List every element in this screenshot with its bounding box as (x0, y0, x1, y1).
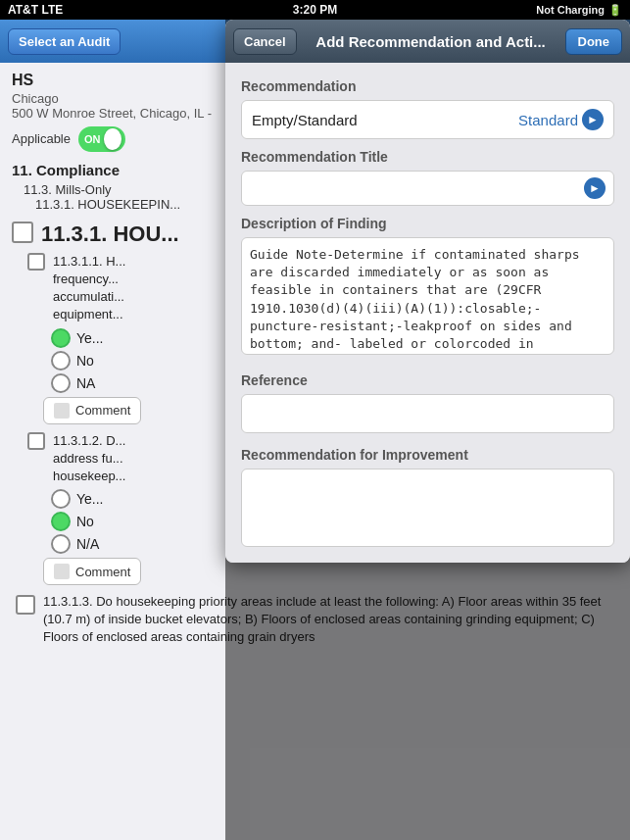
title-input-row: ► (241, 171, 614, 206)
sub-item-1-na-radio[interactable] (51, 373, 71, 393)
sub-item-1-no-label: No (76, 353, 94, 369)
comment-label-2: Comment (75, 565, 130, 579)
sub-item-1-text: 11.3.1.1. H...frequency...accumulati...e… (53, 253, 125, 324)
select-audit-button[interactable]: Select an Audit (8, 28, 121, 55)
comment-icon (54, 403, 70, 419)
item-checkbox[interactable] (12, 222, 33, 243)
improvement-section-label: Recommendation for Improvement (241, 447, 614, 463)
title-section-label: Recommendation Title (241, 149, 614, 165)
status-left: AT&T LTE (8, 3, 63, 17)
battery-icon: 🔋 (608, 4, 622, 17)
battery-text: Not Charging (536, 4, 605, 16)
applicable-toggle[interactable]: ON (78, 126, 125, 152)
description-section-label: Description of Finding (241, 216, 614, 231)
sub-item-2-checkbox[interactable] (27, 432, 45, 450)
sub-item-1-comment-button[interactable]: Comment (43, 397, 141, 424)
recommendation-arrow-icon: ► (582, 109, 604, 130)
sub-item-2-na-label: N/A (76, 536, 99, 552)
reference-input[interactable] (241, 394, 614, 433)
reference-section-label: Reference (241, 372, 614, 388)
modal-title: Add Recommendation and Acti... (297, 33, 565, 50)
comment-icon-2 (54, 564, 70, 579)
modal-header: Cancel Add Recommendation and Acti... Do… (225, 20, 630, 63)
sub-item-2-comment-button[interactable]: Comment (43, 558, 141, 585)
sub-item-2-yes-label: Ye... (76, 491, 104, 507)
applicable-label: Applicable (12, 131, 71, 146)
modal-body: Recommendation Empty/Standard Standard ►… (225, 63, 630, 563)
modal-done-button[interactable]: Done (565, 28, 623, 55)
status-right: Not Charging 🔋 (536, 4, 622, 17)
sub-item-2-no-radio[interactable] (51, 512, 71, 531)
toggle-on-label: ON (84, 133, 101, 145)
item-title: 11.3.1. HOU... (41, 222, 179, 247)
recommendation-section-label: Recommendation (241, 78, 614, 94)
recommendation-type: Standard ► (518, 109, 604, 130)
sub-item-2-na-radio[interactable] (51, 534, 71, 554)
status-time: 3:20 PM (293, 3, 337, 17)
description-textarea[interactable]: Guide Note-Determine if contaminated sha… (241, 237, 614, 355)
modal-cancel-button[interactable]: Cancel (233, 28, 297, 55)
carrier-text: AT&T LTE (8, 3, 63, 17)
sub-item-1-checkbox[interactable] (27, 253, 45, 271)
sub-item-2-no-label: No (76, 514, 94, 529)
title-arrow-icon[interactable]: ► (584, 177, 606, 199)
recommendation-row[interactable]: Empty/Standard Standard ► (241, 100, 614, 139)
sub-item-1-yes-radio[interactable] (51, 328, 71, 348)
improvement-textarea[interactable] (241, 469, 614, 547)
recommendation-type-label: Standard (518, 112, 578, 128)
sub-item-1-na-label: NA (76, 375, 95, 391)
toggle-knob (104, 128, 121, 150)
sub-item-3-checkbox[interactable] (16, 595, 35, 615)
modal-dialog: Cancel Add Recommendation and Acti... Do… (225, 20, 630, 563)
recommendation-value: Empty/Standard (252, 112, 358, 128)
status-bar: AT&T LTE 3:20 PM Not Charging 🔋 (0, 0, 630, 20)
sub-item-1-yes-label: Ye... (76, 330, 104, 346)
comment-label: Comment (75, 403, 130, 418)
sub-item-1-no-radio[interactable] (51, 351, 71, 371)
title-input[interactable] (250, 180, 584, 197)
sub-item-2-text: 11.3.1.2. D...address fu...housekeep... (53, 432, 125, 486)
sub-item-2-yes-radio[interactable] (51, 489, 71, 509)
